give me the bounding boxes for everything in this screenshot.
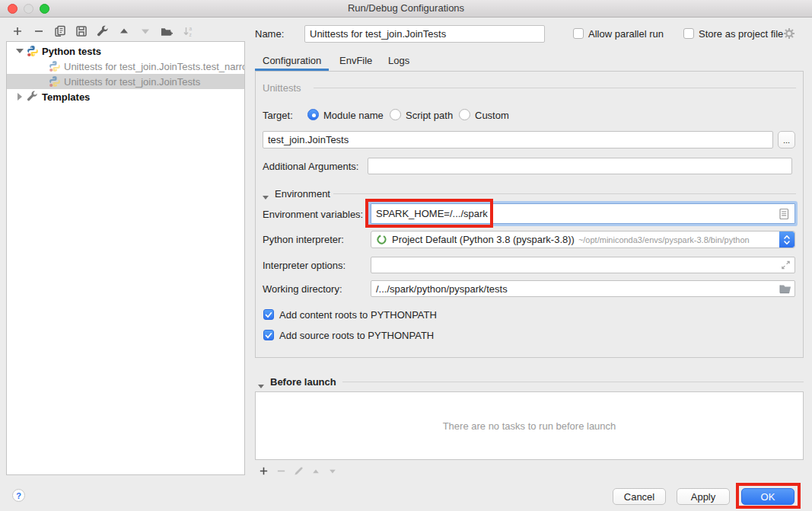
folder-icon[interactable] [779,284,791,294]
annotation-box-ok [736,483,801,509]
add-source-roots-checkbox[interactable] [263,330,274,340]
working-directory-label: Working directory: [263,283,342,295]
browse-variables-icon[interactable] [779,209,789,220]
remove-task-icon [276,466,286,478]
environment-variables-label: Environment variables: [263,209,363,220]
store-as-project-file-checkbox[interactable] [683,28,694,39]
svg-text:z: z [189,31,191,37]
sort-alpha-icon: az [182,25,194,37]
before-launch-empty-text: There are no tasks to run before launch [443,420,616,432]
tree-item-templates[interactable]: Templates [7,89,244,104]
unittests-group-label: Unittests [263,82,301,94]
radio-custom[interactable] [459,109,470,120]
python-test-icon [49,60,61,72]
cancel-button[interactable]: Cancel [613,488,666,505]
python-tests-icon [27,45,39,57]
traffic-lights [8,4,49,14]
wrench-icon [27,91,39,103]
apply-button[interactable]: Apply [677,488,730,505]
interpreter-options-label: Interpreter options: [263,260,345,271]
store-as-project-file-label: Store as project file [699,28,783,40]
allow-parallel-run-label: Allow parallel run [588,28,664,40]
additional-arguments-label: Additional Arguments: [263,161,358,172]
svg-text:a: a [189,26,192,31]
module-name-input[interactable] [263,131,773,149]
before-launch-section-label: Before launch [270,376,336,388]
expand-icon[interactable] [781,260,791,270]
radio-script-path[interactable] [390,109,401,120]
add-task-icon[interactable] [259,466,269,478]
move-task-up-icon [311,467,320,478]
allow-parallel-run-checkbox[interactable] [573,28,584,39]
add-content-roots-label: Add content roots to PYTHONPATH [279,309,437,321]
group-divider [314,88,796,88]
python-interpreter-value: Project Default (Python 3.8 (pyspark-3.8… [392,234,575,245]
edit-task-pencil-icon [294,466,304,478]
tree-item-unittest-jointests[interactable]: Unittests for test_join.JoinTests [7,74,244,89]
move-up-icon[interactable] [118,25,130,37]
add-icon[interactable] [11,25,24,37]
move-down-icon [139,25,151,37]
chevron-right-icon[interactable] [18,93,22,101]
before-launch-toolbar [259,466,337,478]
copy-icon[interactable] [54,25,66,37]
tree-item-label: Python tests [42,46,101,57]
help-button[interactable]: ? [12,489,25,502]
environment-divider [333,193,796,194]
save-icon[interactable] [75,25,88,37]
edit-defaults-wrench-icon[interactable] [97,25,109,37]
new-folder-icon[interactable] [161,25,173,37]
environment-collapse-icon[interactable] [263,190,269,202]
minimize-window-icon [24,4,33,14]
window-title: Run/Debug Configurations [0,0,812,17]
before-launch-collapse-icon[interactable] [258,379,264,391]
zoom-window-icon[interactable] [40,4,49,14]
tree-item-label: Templates [42,91,90,103]
interpreter-options-input[interactable] [371,257,795,273]
remove-icon[interactable] [33,25,45,37]
conda-env-icon [376,234,387,245]
close-window-icon[interactable] [8,4,18,14]
target-label: Target: [263,110,293,121]
titlebar: Run/Debug Configurations [0,0,812,18]
radio-custom-label: Custom [475,110,509,121]
python-interpreter-label: Python interpreter: [263,234,344,245]
tree-item-label: Unittests for test_join.JoinTests.test_n… [64,61,244,72]
before-launch-tasks-list: There are no tasks to run before launch [255,391,804,460]
tree-item-unittest-narrow[interactable]: Unittests for test_join.JoinTests.test_n… [7,59,244,74]
configurations-tree: Python tests Unittests for test_join.Joi… [6,41,245,475]
environment-section-label: Environment [275,188,330,200]
tab-logs[interactable]: Logs [388,55,409,66]
stepper-icon[interactable] [779,232,794,248]
tab-envfile[interactable]: EnvFile [339,55,372,66]
before-launch-divider [342,382,804,382]
radio-script-path-label: Script path [406,110,453,121]
tree-item-python-tests[interactable]: Python tests [7,43,244,59]
radio-module-name[interactable] [307,109,319,120]
working-directory-input[interactable] [371,280,795,297]
python-interpreter-select[interactable]: Project Default (Python 3.8 (pyspark-3.8… [371,231,795,248]
move-task-down-icon [328,467,337,478]
radio-module-name-label: Module name [323,110,384,121]
additional-arguments-input[interactable] [368,158,792,174]
browse-button[interactable]: ... [778,131,795,149]
annotation-box-env-vars [365,199,493,228]
add-content-roots-checkbox[interactable] [263,309,274,320]
tree-item-label: Unittests for test_join.JoinTests [64,76,200,88]
add-source-roots-label: Add source roots to PYTHONPATH [279,330,434,341]
python-interpreter-path: ~/opt/miniconda3/envs/pyspark-3.8/bin/py… [578,235,750,244]
name-label: Name: [255,28,284,40]
chevron-down-icon[interactable] [16,49,24,53]
gear-icon[interactable] [783,27,795,42]
python-test-icon [49,75,61,88]
name-input[interactable] [304,25,545,43]
run-debug-configurations-dialog: Run/Debug Configurations az Python tests… [0,0,812,511]
tab-configuration[interactable]: Configuration [263,55,321,66]
sidebar-toolbar: az [11,25,194,37]
